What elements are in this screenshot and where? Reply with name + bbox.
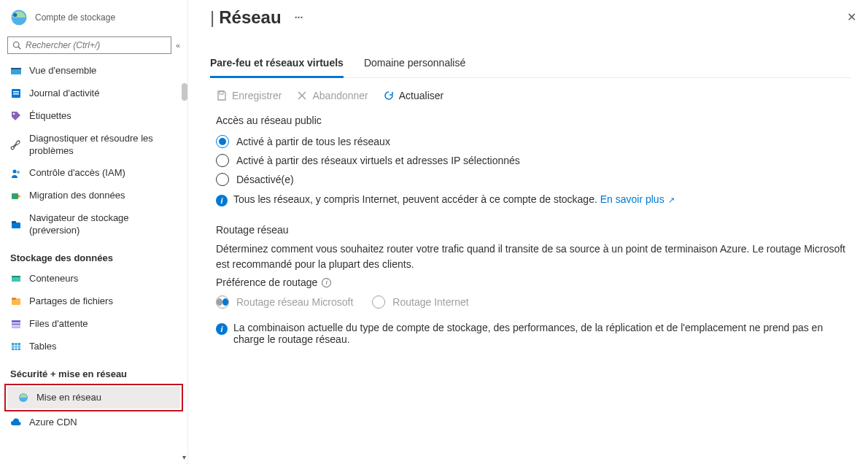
sidebar-item-activity-log[interactable]: Journal d'activité xyxy=(0,82,187,105)
public-access-block: Accès au réseau public Activé à partir d… xyxy=(210,115,850,224)
radio-label: Désactivé(e) xyxy=(236,174,294,185)
sidebar-item-tags[interactable]: Étiquettes xyxy=(0,105,187,128)
sidebar-item-file-shares[interactable]: Partages de fichiers xyxy=(0,290,187,313)
svg-rect-8 xyxy=(13,93,19,95)
sidebar-item-data-migration[interactable]: Migration des données xyxy=(0,185,187,207)
search-icon xyxy=(12,41,21,50)
svg-point-9 xyxy=(13,113,15,115)
routing-pref-row: Préférence de routage i xyxy=(216,277,850,288)
sidebar-item-queues[interactable]: Files d'attente xyxy=(0,313,187,336)
containers-icon xyxy=(10,273,22,285)
radio-internet-routing: Routage Internet xyxy=(372,293,468,312)
svg-line-3 xyxy=(18,47,20,49)
overview-icon xyxy=(10,65,22,77)
section-storage-title: Stockage des données xyxy=(0,242,187,268)
learn-more-link[interactable]: En savoir plus ↗ xyxy=(600,193,675,205)
save-label: Enregistrer xyxy=(232,90,282,101)
radio-ms-routing: Routage réseau Microsoft xyxy=(216,293,353,312)
sidebar-item-overview[interactable]: Vue d'ensemble xyxy=(0,60,187,82)
sidebar-item-iam[interactable]: Contrôle d'accès (IAM) xyxy=(0,162,187,185)
diagnose-icon xyxy=(10,139,22,151)
sidebar-item-tables[interactable]: Tables xyxy=(0,336,187,358)
sidebar-item-azure-cdn[interactable]: Azure CDN xyxy=(0,411,187,434)
close-icon[interactable]: ✕ xyxy=(847,10,856,24)
radio-all-networks[interactable]: Activé à partir de tous les réseaux xyxy=(216,132,850,151)
section-security-title: Sécurité + mise en réseau xyxy=(0,358,187,384)
sidebar-item-label: Navigateur de stockage (préversion) xyxy=(29,212,177,237)
svg-point-2 xyxy=(14,42,20,48)
more-dots-icon[interactable]: ··· xyxy=(295,12,303,23)
tables-icon xyxy=(10,341,22,352)
tab-firewalls[interactable]: Pare-feu et réseaux virtuels xyxy=(210,51,344,78)
toolbar: Enregistrer Abandonner Actualiser xyxy=(210,78,850,115)
networking-icon xyxy=(18,392,29,403)
routing-block: Routage réseau Déterminez comment vous s… xyxy=(210,224,850,363)
help-icon[interactable]: i xyxy=(322,278,331,287)
tabs: Pare-feu et réseaux virtuels Domaine per… xyxy=(210,51,850,78)
sidebar-item-label: Diagnostiquer et résoudre les problèmes xyxy=(29,133,177,158)
svg-point-10 xyxy=(13,169,17,173)
info-icon: i xyxy=(216,323,228,335)
svg-rect-14 xyxy=(12,221,16,223)
radio-label: Activé à partir des réseaux virtuels et … xyxy=(236,155,520,166)
queues-icon xyxy=(10,318,22,330)
title-separator: | xyxy=(210,7,214,28)
svg-point-1 xyxy=(13,13,17,17)
sidebar-item-label: Migration des données xyxy=(29,190,125,202)
public-access-heading: Accès au réseau public xyxy=(216,115,850,126)
sidebar-item-containers[interactable]: Conteneurs xyxy=(0,268,187,290)
routing-desc: Déterminez comment vous souhaitez router… xyxy=(216,241,850,272)
refresh-label: Actualiser xyxy=(399,90,443,101)
radio-icon xyxy=(216,173,229,186)
discard-icon xyxy=(296,90,308,101)
activity-log-icon xyxy=(10,88,22,99)
svg-rect-19 xyxy=(12,320,20,322)
sidebar: Compte de stockage « Vue d'ensemble Jour… xyxy=(0,0,188,464)
radio-selected-networks[interactable]: Activé à partir des réseaux virtuels et … xyxy=(216,151,850,170)
refresh-button[interactable]: Actualiser xyxy=(383,90,443,101)
chevron-down-icon[interactable]: ▾ xyxy=(182,453,186,461)
sidebar-header: Compte de stockage xyxy=(0,0,187,32)
search-input[interactable] xyxy=(26,40,166,50)
sidebar-item-networking[interactable]: Mise en réseau xyxy=(7,387,180,409)
external-link-icon: ↗ xyxy=(666,196,675,204)
svg-rect-16 xyxy=(12,276,20,277)
nav-list: Vue d'ensemble Journal d'activité Étique… xyxy=(0,60,187,464)
sidebar-item-label: Partages de fichiers xyxy=(29,295,113,308)
sidebar-item-label: Contrôle d'accès (IAM) xyxy=(29,167,125,179)
storage-browser-icon xyxy=(10,219,22,231)
tag-icon xyxy=(10,110,22,122)
routing-desc-text: Déterminez comment vous souhaitez router… xyxy=(216,243,845,270)
sidebar-item-label: Vue d'ensemble xyxy=(29,65,96,77)
svg-rect-13 xyxy=(12,223,20,228)
sidebar-item-label: Files d'attente xyxy=(29,318,88,330)
routing-warning-text: La combinaison actuelle du type de compt… xyxy=(233,322,850,345)
routing-heading: Routage réseau xyxy=(216,224,850,236)
iam-icon xyxy=(10,168,22,179)
discard-button[interactable]: Abandonner xyxy=(296,90,368,101)
svg-rect-22 xyxy=(12,343,20,350)
page-title-text: Réseau xyxy=(219,7,281,28)
radio-icon xyxy=(216,295,229,309)
svg-rect-18 xyxy=(12,298,16,300)
radio-icon xyxy=(372,295,385,309)
sidebar-item-label: Conteneurs xyxy=(29,273,78,285)
main-content: ✕ | Réseau ··· Pare-feu et réseaux virtu… xyxy=(188,0,868,464)
svg-rect-5 xyxy=(11,68,21,69)
collapse-sidebar-icon[interactable]: « xyxy=(176,41,180,50)
tab-custom-domain[interactable]: Domaine personnalisé xyxy=(364,51,465,77)
save-icon xyxy=(216,90,228,101)
routing-radios: Routage réseau Microsoft Routage Interne… xyxy=(216,293,850,312)
page-title-row: | Réseau ··· xyxy=(210,0,850,31)
save-button[interactable]: Enregistrer xyxy=(216,90,282,101)
svg-rect-7 xyxy=(13,91,19,93)
search-box[interactable] xyxy=(7,36,171,54)
page-title: | Réseau ··· xyxy=(210,7,303,28)
sidebar-subtitle: Compte de stockage xyxy=(35,12,115,23)
radio-label: Routage réseau Microsoft xyxy=(236,296,353,308)
svg-rect-20 xyxy=(12,323,20,325)
discard-label: Abandonner xyxy=(312,90,368,101)
sidebar-item-storage-browser[interactable]: Navigateur de stockage (préversion) xyxy=(0,207,187,242)
sidebar-item-diagnose[interactable]: Diagnostiquer et résoudre les problèmes xyxy=(0,128,187,163)
radio-disabled[interactable]: Désactivé(e) xyxy=(216,170,850,189)
